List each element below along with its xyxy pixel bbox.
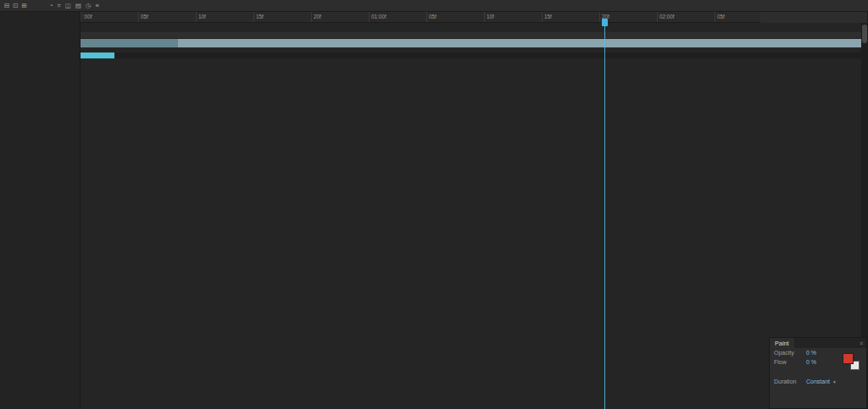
panel-menu-icon[interactable]: ≡ <box>856 338 866 348</box>
paint-panel-tabs: Paint ≡ <box>770 338 866 348</box>
live-update-icon[interactable]: ⊡ <box>13 2 18 9</box>
paint-panel: Paint ≡ Opacity0 %Flow0 %DurationConstan… <box>769 337 867 409</box>
track-area <box>81 23 861 409</box>
paint-option-value[interactable]: 0 % <box>806 359 816 365</box>
paint-option-value[interactable]: Constant <box>806 379 830 384</box>
time-ruler[interactable]: :00f05f10f15f20f01:00f05f10f15f20f02:00f… <box>81 12 760 23</box>
timeline-toggle-icons: ◔⌗◫▤◷≡ <box>27 2 99 10</box>
ruler-label: 15f <box>544 14 552 19</box>
motion-blur-icon[interactable]: ◫ <box>65 2 71 10</box>
scrollbar-thumb[interactable] <box>81 53 114 58</box>
ruler-label: 05f <box>429 14 437 19</box>
chevron-down-icon: ▾ <box>833 379 836 384</box>
frame-blending-icon[interactable]: ⌗ <box>57 2 60 10</box>
ruler-label: 01:00f <box>371 14 387 19</box>
tab-paint[interactable]: Paint <box>770 338 794 348</box>
timeline-toolbar: ⊟⊡⊞ ◔⌗◫▤◷≡ <box>0 0 868 12</box>
paint-option-label: Flow <box>774 359 803 365</box>
paint-option-value[interactable]: 0 % <box>806 350 816 356</box>
auto-keyframe-icon[interactable]: ◷ <box>86 2 92 10</box>
ruler-label: 10f <box>198 14 206 19</box>
ruler-label: 05f <box>717 14 725 19</box>
playhead-handle[interactable] <box>602 19 608 26</box>
layer-column-area <box>0 12 81 409</box>
ruler-label: 20f <box>314 14 321 19</box>
paint-color-swatches <box>843 353 860 370</box>
timeline-left-icons: ⊟⊡⊞ <box>0 2 27 9</box>
graph-editor-icon[interactable]: ▤ <box>75 2 81 10</box>
foreground-color-swatch[interactable] <box>843 353 854 364</box>
ruler-label: 10f <box>487 14 494 19</box>
comp-mini-flowchart-icon[interactable]: ⊟ <box>4 2 9 9</box>
after-effects-window: Ae Adobe After Effects CC 2019 - D:\2021… <box>0 0 868 409</box>
ruler-label: 05f <box>141 14 148 19</box>
playhead-line <box>604 23 605 409</box>
ruler-label: 15f <box>256 14 264 19</box>
ruler-label: :00f <box>83 14 92 19</box>
shy-layers-icon[interactable]: ◔ <box>49 2 53 10</box>
paint-duration-row: DurationConstant▾ <box>770 377 866 386</box>
layer-duration-bar[interactable] <box>81 39 861 47</box>
paint-option-label: Opacity <box>774 350 803 356</box>
ruler-label: 02:00f <box>659 14 675 19</box>
timeline-panel: ⊟⊡⊞ ◔⌗◫▤◷≡ :00f05f10f15f20f01:00f05f10f1… <box>0 301 767 361</box>
horizontal-scrollbar[interactable] <box>81 53 861 58</box>
layer-row[interactable] <box>81 32 861 38</box>
brainstorm-icon[interactable]: ≡ <box>95 2 98 10</box>
paint-option-label: Duration <box>774 379 803 384</box>
